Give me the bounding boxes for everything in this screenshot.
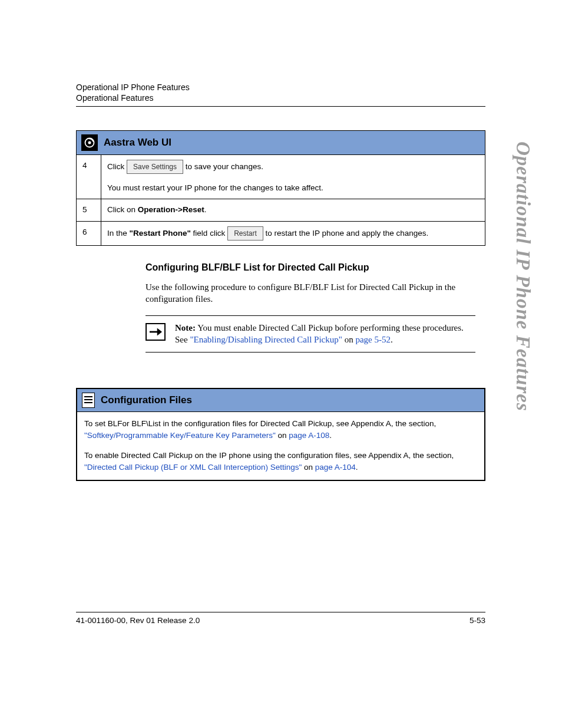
link-dcp-settings[interactable]: "Directed Call Pickup (BLF or XML Call I… — [84, 463, 302, 472]
cfg-paragraph: To set BLFor BLF\List in the configurati… — [84, 418, 477, 442]
footer-left: 41-001160-00, Rev 01 Release 2.0 — [76, 616, 200, 625]
text: Click on — [107, 205, 138, 214]
table-row: 6 In the "Restart Phone" field click Res… — [77, 221, 485, 245]
header-line-2: Operational Features — [76, 93, 485, 103]
text: Click — [107, 162, 127, 171]
text: . — [204, 205, 207, 214]
aastra-web-ui-table: Aastra Web UI 4 Click Save Settings to s… — [76, 130, 485, 246]
header-rule — [76, 106, 485, 107]
footer-rule — [76, 612, 485, 612]
bold-text: "Restart Phone" — [130, 228, 191, 237]
step-content: In the "Restart Phone" field click Resta… — [101, 221, 485, 245]
note-label: Note: — [175, 323, 196, 332]
arrow-right-icon — [146, 323, 166, 341]
text: . — [329, 431, 332, 440]
link-enable-disable-dcp[interactable]: "Enabling/Disabling Directed Call Pickup… — [190, 335, 342, 344]
link-softkey-params[interactable]: "Softkey/Programmable Key/Feature Key Pa… — [84, 431, 276, 440]
text: . — [356, 463, 358, 472]
table-row: 5 Click on Operation->Reset. — [77, 199, 485, 221]
text: To set BLFor BLF\List in the configurati… — [84, 419, 436, 428]
configuration-files-title: Configuration Files — [101, 394, 192, 406]
link-page-5-52[interactable]: page 5-52 — [355, 335, 391, 344]
text: In the — [107, 228, 130, 237]
note-text: Note: You must enable Directed Call Pick… — [175, 322, 475, 346]
restart-button[interactable]: Restart — [227, 226, 263, 241]
text: on — [342, 335, 356, 344]
note-box: Note: You must enable Directed Call Pick… — [146, 315, 475, 353]
step-number: 6 — [77, 221, 101, 245]
link-page-a-104[interactable]: page A-104 — [315, 463, 356, 472]
configuration-files-box: Configuration Files To set BLFor BLF\Lis… — [76, 388, 485, 481]
step-number: 5 — [77, 199, 101, 221]
text: To enable Directed Call Pickup on the IP… — [84, 451, 454, 460]
section-heading: Configuring BLF/BLF List for Directed Ca… — [146, 262, 485, 273]
page-footer: 41-001160-00, Rev 01 Release 2.0 5-53 — [76, 612, 485, 625]
text: You must restart your IP phone for the c… — [107, 183, 323, 192]
cfg-paragraph: To enable Directed Call Pickup on the IP… — [84, 450, 477, 474]
text: . — [391, 335, 393, 344]
save-settings-button[interactable]: Save Settings — [127, 160, 183, 174]
text: on — [276, 431, 289, 440]
footer-right: 5-53 — [470, 616, 485, 625]
step-content: Click Save Settings to save your changes… — [101, 155, 485, 199]
svg-marker-3 — [157, 328, 162, 336]
step-content: Click on Operation->Reset. — [101, 199, 485, 221]
text: field click — [191, 228, 227, 237]
text: on — [302, 463, 315, 472]
aastra-logo-icon — [81, 134, 98, 151]
table-row: 4 Click Save Settings to save your chang… — [77, 155, 485, 199]
side-tab-title: Operational IP Phone Features — [512, 141, 534, 411]
step-number: 4 — [77, 155, 101, 199]
body-paragraph: Use the following procedure to configure… — [146, 281, 475, 305]
header-line-1: Operational IP Phone Features — [76, 83, 485, 92]
document-icon — [82, 393, 95, 408]
bold-text: Operation->Reset — [138, 205, 204, 214]
link-page-a-108[interactable]: page A-108 — [289, 431, 329, 440]
text: to restart the IP phone and apply the ch… — [266, 228, 429, 237]
svg-point-1 — [88, 141, 91, 144]
text: to save your changes. — [186, 162, 263, 171]
aastra-table-title: Aastra Web UI — [104, 135, 171, 150]
